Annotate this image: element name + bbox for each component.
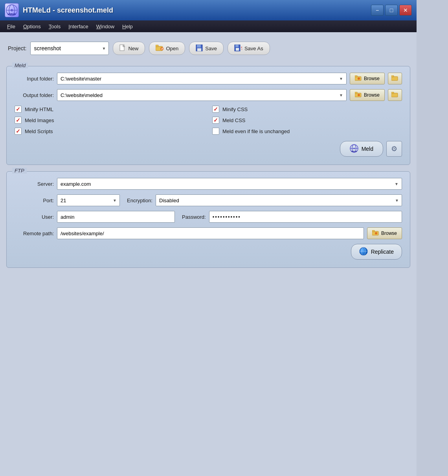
encryption-label: Encryption:	[127, 198, 152, 203]
checkbox-item-meld-css: Meld CSS	[212, 117, 402, 124]
replicate-button-label: Replicate	[371, 249, 394, 255]
svg-rect-24	[355, 92, 357, 93]
project-label: Project:	[8, 45, 26, 51]
save-as-icon: ?	[234, 44, 242, 53]
meld-button-row: HVELD Meld ⚙	[15, 141, 402, 157]
meld-images-label: Meld Images	[25, 117, 54, 123]
svg-point-3	[11, 9, 13, 11]
svg-point-35	[375, 232, 377, 234]
input-folder-dropdown[interactable]: C:\website\master ▼	[57, 73, 347, 84]
meld-css-label: Meld CSS	[222, 117, 246, 123]
menu-options[interactable]: Options	[19, 22, 45, 31]
meld-settings-button[interactable]: ⚙	[386, 141, 402, 157]
new-button-label: New	[128, 46, 138, 51]
new-doc-icon	[119, 44, 126, 53]
server-dropdown[interactable]: example.com ▼	[57, 178, 402, 190]
checkbox-item-minify-css: Minify CSS	[212, 106, 402, 113]
minify-html-checkbox[interactable]	[15, 106, 22, 113]
output-folder-arrow: ▼	[339, 93, 343, 97]
svg-rect-16	[236, 48, 239, 51]
input-folder-browse-button[interactable]: Browse	[350, 73, 385, 84]
meld-css-checkbox[interactable]	[212, 117, 219, 124]
checkbox-item-meld-images: Meld Images	[15, 117, 204, 124]
svg-point-31	[353, 148, 355, 149]
maximize-button[interactable]: □	[385, 5, 398, 16]
main-content: Project: screenshot New ↺	[0, 32, 417, 476]
minimize-button[interactable]: −	[371, 5, 384, 16]
save-button-label: Save	[205, 46, 217, 51]
output-folder-browse-button[interactable]: Browse	[350, 89, 385, 101]
open-button-label: Open	[166, 46, 178, 51]
remote-path-input[interactable]	[57, 227, 364, 239]
svg-rect-15	[235, 45, 239, 47]
user-label: User:	[15, 214, 54, 220]
output-folder-open-button[interactable]	[388, 89, 402, 101]
input-folder-browse-label: Browse	[364, 76, 380, 81]
remote-path-browse-label: Browse	[381, 231, 397, 236]
replicate-row: Replicate	[15, 244, 402, 260]
meld-unchanged-checkbox[interactable]	[212, 128, 219, 135]
encryption-select[interactable]: Disabled	[156, 194, 402, 206]
remote-path-row: Remote path: Browse	[15, 227, 402, 239]
menu-tools[interactable]: Tools	[45, 22, 64, 31]
output-browse-folder-icon	[355, 92, 362, 99]
menu-file[interactable]: File	[3, 22, 19, 31]
svg-text:?: ?	[241, 46, 242, 51]
svg-text:↺: ↺	[161, 48, 163, 50]
user-pass-row: User: Password:	[15, 211, 402, 223]
meld-group: Meld Input folder: C:\website\master ▼ B…	[6, 66, 410, 165]
server-arrow: ▼	[395, 182, 398, 186]
port-label: Port:	[15, 198, 54, 203]
server-label: Server:	[15, 181, 54, 187]
meld-logo-icon: HVELD	[350, 144, 358, 154]
save-icon	[196, 44, 203, 53]
menu-window[interactable]: Window	[92, 22, 118, 31]
svg-point-25	[358, 94, 360, 96]
open-button[interactable]: ↺ Open	[149, 42, 185, 55]
title-bar: HVELD HTMeLd - screenshot.meld − □ ✕	[0, 0, 417, 20]
menu-interface[interactable]: Interface	[64, 22, 92, 31]
close-button[interactable]: ✕	[399, 5, 412, 16]
save-as-button[interactable]: ? Save As	[228, 42, 270, 55]
minify-css-checkbox[interactable]	[212, 106, 219, 113]
input-folder-open-button[interactable]	[388, 73, 402, 84]
svg-point-20	[358, 77, 360, 80]
menu-help[interactable]: Help	[118, 22, 137, 31]
new-button[interactable]: New	[113, 42, 145, 55]
meld-scripts-checkbox[interactable]	[15, 128, 22, 135]
encryption-select-wrapper: Disabled	[156, 194, 402, 206]
output-folder-browse-label: Browse	[364, 92, 380, 98]
svg-rect-19	[355, 75, 357, 77]
port-select[interactable]: 21	[57, 194, 120, 206]
ftp-group: FTP Server: example.com ▼ Port: 21 Encry…	[6, 171, 410, 268]
checkbox-item-meld-scripts: Meld Scripts	[15, 128, 204, 135]
project-select[interactable]: screenshot	[30, 42, 109, 55]
title-bar-left: HVELD HTMeLd - screenshot.meld	[5, 3, 113, 17]
svg-rect-8	[156, 45, 158, 47]
svg-text:HVELD: HVELD	[8, 13, 16, 15]
input-folder-label: Input folder:	[15, 76, 54, 82]
app-logo: HVELD	[5, 3, 19, 17]
output-folder-label: Output folder:	[15, 92, 54, 98]
minify-html-label: Minify HTML	[25, 106, 53, 112]
menu-bar: File Options Tools Interface Window Help	[0, 20, 417, 32]
minify-css-label: Minify CSS	[222, 106, 248, 112]
input-folder-row: Input folder: C:\website\master ▼ Browse	[15, 73, 402, 84]
password-input[interactable]	[209, 211, 402, 223]
replicate-button[interactable]: Replicate	[351, 244, 402, 260]
save-as-button-label: Save As	[244, 46, 263, 51]
save-button[interactable]: Save	[189, 42, 224, 55]
output-folder-dropdown[interactable]: C:\website\melded ▼	[57, 89, 347, 101]
meld-button[interactable]: HVELD Meld	[340, 141, 383, 157]
svg-text:HVELD: HVELD	[351, 150, 357, 152]
svg-rect-34	[372, 230, 375, 232]
remote-browse-folder-icon	[372, 230, 379, 237]
meld-images-checkbox[interactable]	[15, 117, 22, 124]
ftp-group-label: FTP	[12, 168, 27, 174]
remote-path-browse-button[interactable]: Browse	[367, 227, 402, 239]
user-input[interactable]	[57, 211, 175, 223]
project-bar: Project: screenshot New ↺	[6, 38, 410, 58]
svg-rect-12	[197, 45, 201, 48]
input-folder-arrow: ▼	[339, 77, 343, 81]
port-encryption-row: Port: 21 Encryption: Disabled	[15, 194, 402, 206]
